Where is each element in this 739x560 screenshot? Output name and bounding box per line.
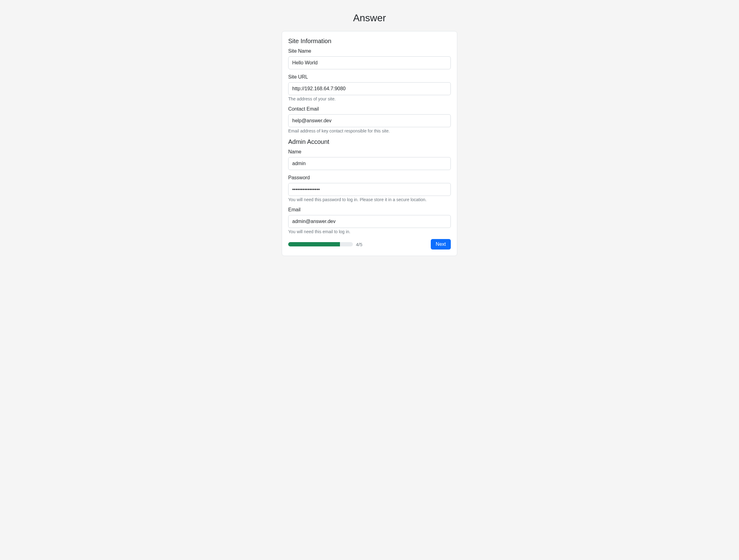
contact-email-help: Email address of key contact responsible… <box>288 128 451 133</box>
admin-password-help: You will need this password to log in. P… <box>288 197 451 202</box>
contact-email-group: Contact Email Email address of key conta… <box>288 106 451 133</box>
admin-password-group: Password You will need this password to … <box>288 175 451 202</box>
site-url-label: Site URL <box>288 74 451 80</box>
next-button[interactable]: Next <box>431 239 451 250</box>
admin-email-input[interactable] <box>288 215 451 228</box>
progress-bar-fill <box>288 242 340 247</box>
admin-account-heading: Admin Account <box>288 138 451 145</box>
progress-wrap: 4/5 <box>288 242 362 247</box>
admin-name-group: Name <box>288 149 451 170</box>
site-name-group: Site Name <box>288 48 451 69</box>
contact-email-label: Contact Email <box>288 106 451 112</box>
site-name-input[interactable] <box>288 56 451 69</box>
admin-email-label: Email <box>288 207 451 213</box>
admin-name-label: Name <box>288 149 451 155</box>
admin-name-input[interactable] <box>288 157 451 170</box>
site-info-heading: Site Information <box>288 37 451 45</box>
admin-email-group: Email You will need this email to log in… <box>288 207 451 234</box>
admin-password-input[interactable] <box>288 183 451 196</box>
footer-row: 4/5 Next <box>288 239 451 250</box>
contact-email-input[interactable] <box>288 114 451 127</box>
progress-bar-track <box>288 242 353 247</box>
setup-card: Site Information Site Name Site URL The … <box>282 31 457 256</box>
site-url-group: Site URL The address of your site. <box>288 74 451 101</box>
progress-label: 4/5 <box>356 242 362 247</box>
site-url-help: The address of your site. <box>288 97 451 101</box>
page-title: Answer <box>282 12 457 24</box>
site-name-label: Site Name <box>288 48 451 54</box>
site-url-input[interactable] <box>288 82 451 95</box>
admin-password-label: Password <box>288 175 451 180</box>
admin-email-help: You will need this email to log in. <box>288 229 451 234</box>
